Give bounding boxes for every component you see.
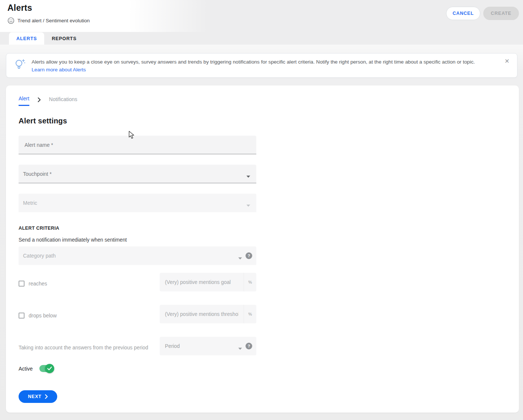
step-notifications[interactable]: Notifications <box>49 96 77 106</box>
tab-reports[interactable]: REPORTS <box>44 32 84 45</box>
info-banner: Alerts allow you to keep a close eye on … <box>6 53 517 78</box>
chevron-down-icon <box>246 202 250 209</box>
smiley-icon <box>7 17 14 24</box>
drops-below-label: drops below <box>29 313 57 319</box>
learn-more-link[interactable]: Learn more about Alerts <box>32 67 86 72</box>
cancel-button[interactable]: CANCEL <box>446 7 480 20</box>
next-button[interactable]: NEXT <box>19 390 57 403</box>
next-button-label: NEXT <box>28 394 42 399</box>
drops-below-checkbox[interactable] <box>19 313 25 319</box>
period-label: Period <box>165 337 180 355</box>
threshold-field: % <box>160 305 256 323</box>
drops-below-checkbox-row[interactable]: drops below <box>19 313 57 319</box>
page-title: Alerts <box>7 3 32 13</box>
goal-field: % <box>160 273 256 291</box>
metric-dropdown[interactable]: Metric <box>19 194 256 212</box>
lightbulb-icon <box>14 58 26 73</box>
form-heading: Alert settings <box>19 117 67 125</box>
breadcrumb-label: Trend alert / Sentiment evolution <box>17 18 90 23</box>
create-button[interactable]: CREATE <box>483 7 519 20</box>
active-label: Active <box>19 366 33 372</box>
chevron-down-icon <box>238 255 242 261</box>
toggle-check-icon <box>45 364 54 373</box>
metric-label: Metric <box>23 194 37 212</box>
chevron-right-icon <box>38 97 41 102</box>
period-row-label: Taking into account the answers from the… <box>19 345 148 350</box>
active-toggle[interactable] <box>39 365 53 372</box>
alert-form-card: Alert Notifications Alert settings Touch… <box>6 85 519 413</box>
help-icon[interactable]: ? <box>246 343 252 349</box>
alert-name-field <box>19 136 256 154</box>
active-row: Active <box>19 365 53 372</box>
category-path-label: Category path <box>23 246 56 265</box>
alerts-page: Alerts Trend alert / Sentiment evolution… <box>0 0 523 420</box>
percent-suffix: % <box>244 273 256 291</box>
touchpoint-dropdown[interactable]: Touchpoint * <box>19 165 256 183</box>
breadcrumb: Trend alert / Sentiment evolution <box>7 17 90 24</box>
help-icon[interactable]: ? <box>246 252 252 259</box>
chevron-right-icon <box>45 394 48 399</box>
reaches-label: reaches <box>29 281 47 287</box>
tab-alerts[interactable]: ALERTS <box>9 32 44 45</box>
criteria-intro: Send a notification immediately when sen… <box>19 237 127 243</box>
reaches-checkbox-row[interactable]: reaches <box>19 281 47 287</box>
category-path-dropdown[interactable]: Category path ? <box>19 246 256 265</box>
threshold-input[interactable] <box>160 305 238 323</box>
period-dropdown[interactable]: Period ? <box>160 337 256 355</box>
chevron-down-icon <box>246 173 250 180</box>
top-actions: CANCEL CREATE <box>446 7 519 20</box>
touchpoint-label: Touchpoint * <box>23 165 52 183</box>
goal-input[interactable] <box>160 273 238 291</box>
banner-text: Alerts allow you to keep a close eye on … <box>32 59 496 65</box>
close-icon[interactable]: ✕ <box>503 57 511 65</box>
step-alert[interactable]: Alert <box>19 96 29 106</box>
reaches-checkbox[interactable] <box>19 281 25 287</box>
alert-name-input[interactable] <box>19 136 256 154</box>
percent-suffix: % <box>244 305 256 323</box>
criteria-heading: ALERT CRITERIA <box>19 226 59 231</box>
stepper: Alert Notifications <box>19 96 77 106</box>
tab-bar: ALERTS REPORTS <box>9 32 84 45</box>
chevron-down-icon <box>238 345 242 352</box>
